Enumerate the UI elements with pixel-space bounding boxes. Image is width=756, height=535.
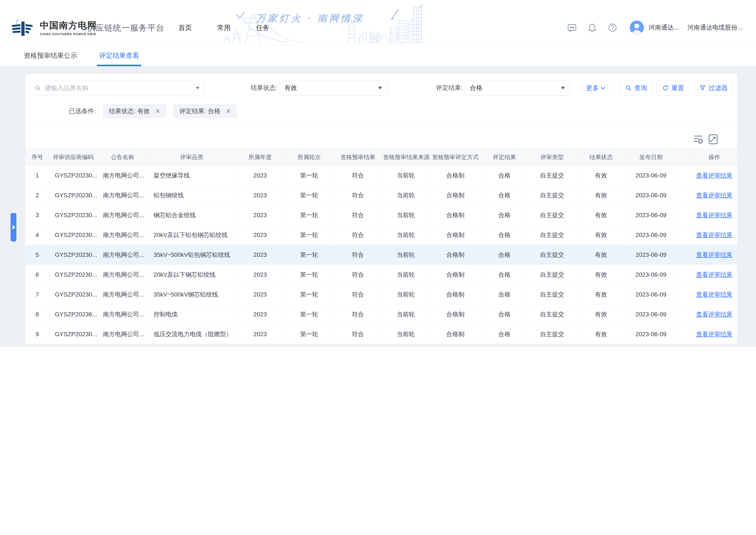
cell-prequal-method: 合格制 [429,185,481,205]
cell-spacer [676,225,691,245]
cell-category: 控制电缆 [148,304,235,324]
cell-review-type: 自主提交 [527,285,577,304]
cell-action: 查看评审结果 [691,304,737,324]
table-row: 1 GYSZP20230... 南方电网公司... 架空绝缘导线 2023 第一… [25,166,737,185]
cell-no: 9 [25,324,49,344]
cell-prequal-source: 当前轮 [382,166,429,185]
search-icon [625,85,632,91]
table-toolbar [25,134,718,145]
cell-prequal-result: 符合 [334,225,382,245]
messages-icon[interactable] [567,23,577,32]
chip-remove-icon[interactable]: ✕ [155,108,160,115]
chevron-down-icon [378,87,382,90]
brand-logo[interactable]: 中国南方电网 CHINA SOUTHERN POWER GRID [12,18,97,37]
column-header: 评审供应商编码 [49,149,97,166]
tab-prequalification-results-publicity[interactable]: 资格预审结果公示 [22,45,78,66]
view-review-result-link[interactable]: 查看评审结果 [696,311,732,318]
nav-item-tasks[interactable]: 任务 [256,23,269,32]
chip-text: 评定结果: 合格 [179,107,220,116]
cell-announcement: 南方电网公司... [97,265,148,285]
column-header: 公告名称 [97,149,148,166]
column-header: 评审类型 [527,149,577,166]
cell-supplier-code: GYSZP20230... [49,225,97,245]
cell-announcement: 南方电网公司... [97,185,148,205]
evaluation-result-select[interactable]: 合格 [465,81,570,95]
filter-chip-evaluation-result: 评定结果: 合格 ✕ [174,104,237,118]
view-review-result-link[interactable]: 查看评审结果 [696,172,732,179]
view-review-result-link[interactable]: 查看评审结果 [696,251,732,258]
cell-round: 第一轮 [285,285,334,304]
view-review-result-link[interactable]: 查看评审结果 [696,331,732,337]
result-status-value: 有效 [284,84,297,92]
table-row: 8 GYSZP20236... 南方电网公司... 控制电缆 2023 第一轮 … [25,304,737,324]
side-drawer-expand-handle[interactable] [11,213,16,241]
cell-year: 2023 [235,304,285,324]
fullscreen-icon[interactable] [708,134,718,145]
chevron-down-icon [561,87,565,90]
result-status-label: 结果状态: [251,84,277,92]
user-name[interactable]: 河南通达... [649,23,679,32]
cell-supplier-code: GYSZP20230... [49,166,97,185]
filter-actions: 更多 查询 重置 [586,81,733,95]
view-review-result-link[interactable]: 查看评审结果 [696,291,732,298]
cell-publish-date: 2023-06-09 [626,324,676,344]
column-header: 资格预审结果来源 [382,149,429,166]
cell-eval-result: 合格 [481,245,527,265]
tab-evaluation-results-view[interactable]: 评定结果查看 [98,45,141,66]
cell-round: 第一轮 [285,245,334,265]
actions-divider [610,82,611,94]
more-filters-button[interactable]: 更多 [586,84,606,93]
column-header: 序号 [25,149,49,166]
filter-button[interactable]: 过滤器 [694,81,733,95]
reset-button[interactable]: 重置 [657,81,689,95]
cell-supplier-code: GYSZP20236... [49,304,97,324]
help-icon[interactable] [608,23,617,32]
cell-status: 有效 [577,205,626,225]
cell-year: 2023 [235,185,285,205]
result-status-select[interactable]: 有效 [280,81,387,95]
cell-publish-date: 2023-06-09 [626,245,676,265]
column-header: 操作 [691,149,737,166]
cell-publish-date: 2023-06-09 [626,225,676,245]
cell-category: 35kV~500kV铝包钢芯铝绞线 [148,245,235,265]
cell-publish-date: 2023-06-09 [626,285,676,304]
company-name[interactable]: 河南通达电缆股份... [688,23,742,32]
cell-announcement: 南方电网公司... [97,324,148,344]
cell-status: 有效 [577,245,626,265]
user-avatar[interactable] [630,20,644,35]
view-review-result-link[interactable]: 查看评审结果 [696,192,732,199]
view-review-result-link[interactable]: 查看评审结果 [696,271,732,278]
notifications-bell-icon[interactable] [587,23,597,32]
cell-round: 第一轮 [285,225,334,245]
cell-prequal-method: 合格制 [429,166,481,185]
cell-announcement: 南方电网公司... [97,225,148,245]
cell-action: 查看评审结果 [691,225,737,245]
query-button[interactable]: 查询 [620,81,653,95]
cell-spacer [676,265,691,285]
view-review-result-link[interactable]: 查看评审结果 [696,212,732,218]
cell-prequal-method: 合格制 [429,324,481,344]
page-tabs: 资格预审结果公示 评定结果查看 [0,45,756,67]
cell-action: 查看评审结果 [691,185,737,205]
column-header: 结果状态 [577,149,626,166]
category-search-input[interactable] [44,85,196,92]
column-header: 发布日期 [626,149,676,166]
cell-eval-result: 合格 [481,205,527,225]
view-review-result-link[interactable]: 查看评审结果 [696,232,732,238]
cell-year: 2023 [235,265,285,285]
cell-eval-result: 合格 [481,304,527,324]
category-search-select[interactable] [29,81,205,95]
chip-remove-icon[interactable]: ✕ [226,108,231,115]
cell-round: 第一轮 [285,324,334,344]
nav-item-common[interactable]: 常用 [217,23,230,32]
column-header: 评审品类 [148,149,235,166]
column-settings-icon[interactable] [693,134,703,145]
cell-spacer [676,205,691,225]
cell-round: 第一轮 [285,166,334,185]
cell-review-type: 自主提交 [527,265,577,285]
funnel-icon [699,85,706,91]
cell-announcement: 南方电网公司... [97,205,148,225]
nav-item-home[interactable]: 首页 [178,23,192,32]
header-divider [82,21,83,35]
chevron-down-icon [196,87,200,89]
